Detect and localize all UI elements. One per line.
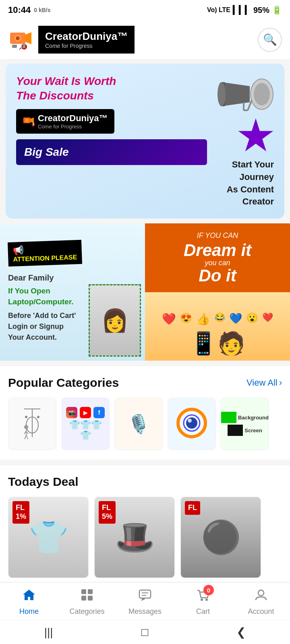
do-it-text: Do it [184, 267, 251, 284]
promo-card-attention[interactable]: 📢 ATTENTION PLEASE Dear Family If You Op… [0, 223, 145, 361]
svg-rect-6 [23, 43, 25, 48]
svg-rect-12 [33, 122, 34, 126]
deals-title: Todays Deal [8, 475, 79, 489]
social-image-card[interactable]: ❤️ 😍 👍 😂 💙 😮 ❤️ 📱🧑 [145, 292, 290, 361]
starburst-shape [238, 118, 274, 155]
deal-item-2[interactable]: 🎩 FL5% [94, 497, 175, 578]
svg-rect-38 [88, 589, 93, 594]
deal-item-3[interactable]: ⚫ FL [180, 497, 261, 578]
banner-logo-title: CreatorDuniya™ [38, 113, 108, 124]
logo-area: 🎤 CreatorDuniya™ Come for Progress [8, 26, 135, 54]
system-navigation: ||| □ ❮ [0, 620, 290, 644]
todays-deal-section: Todays Deal 👕 FL1% 🎩 FL5% ⚫ [0, 465, 290, 588]
svg-marker-36 [23, 590, 35, 600]
cta-line4: Creator [242, 196, 274, 206]
chevron-right-icon: › [279, 378, 282, 388]
category-item-social[interactable]: 📸 ▶ f 👕👕👕👕 [61, 398, 110, 450]
view-all-categories-link[interactable]: View All › [246, 378, 282, 388]
svg-point-10 [25, 119, 29, 122]
bottom-navigation: Home Categories Messages [0, 582, 290, 620]
deal-badge-2: FL5% [99, 501, 116, 523]
banner-logo-icon [23, 115, 35, 127]
home-icon [22, 588, 36, 605]
category-art-icon [18, 405, 46, 443]
dream-card[interactable]: IF YOU CAN Dream it you can Do it [145, 223, 290, 292]
category-ringlight-icon [176, 407, 208, 441]
svg-line-30 [25, 435, 26, 439]
nav-item-cart[interactable]: 0 Cart [183, 588, 223, 616]
svg-point-35 [188, 419, 192, 423]
messages-icon [138, 588, 152, 605]
promo-instruction: If You Open Laptop/Computer. [8, 286, 137, 307]
banner-tagline: Your Wait Is Worth The Discounts [16, 74, 207, 103]
account-label: Account [248, 607, 274, 616]
nav-item-home[interactable]: Home [9, 588, 49, 616]
if-you-can-text: IF YOU CAN [184, 231, 251, 240]
back-icon: ❮ [236, 626, 246, 638]
svg-point-24 [25, 416, 27, 418]
cta-line3: As Content [227, 184, 274, 194]
home-button[interactable]: □ [141, 626, 148, 639]
header: 🎤 CreatorDuniya™ Come for Progress 🔍 [0, 20, 290, 60]
category-item-mic[interactable]: 🎙️ [114, 398, 163, 450]
person-with-phone: 📱🧑 [190, 330, 245, 357]
svg-point-45 [201, 599, 203, 601]
back-button[interactable]: ❮ [236, 625, 246, 639]
category-item-background[interactable]: Background Screen [221, 398, 269, 450]
banner-left: Your Wait Is Worth The Discounts Creator… [16, 74, 207, 165]
cart-label: Cart [196, 607, 210, 616]
categories-label: Categories [69, 607, 104, 616]
cart-wrapper: 0 [196, 588, 210, 605]
svg-marker-1 [25, 32, 31, 44]
categories-list: 📸 ▶ f 👕👕👕👕 🎙️ [8, 398, 282, 450]
data-indicator: 0 kB/s [34, 7, 50, 13]
big-sale-badge: Big Sale [16, 139, 207, 165]
deal-image-2: 🎩 FL5% [95, 497, 175, 578]
logo-text-box: CreatorDuniya™ Come for Progress [38, 26, 135, 54]
tagline-line1: Your Wait Is Worth [16, 75, 116, 87]
svg-rect-37 [81, 589, 86, 594]
dream-text: IF YOU CAN Dream it you can Do it [184, 231, 251, 284]
svg-point-47 [258, 590, 264, 596]
recents-button[interactable]: ||| [44, 626, 53, 639]
nav-item-messages[interactable]: Messages [125, 588, 165, 616]
cta-line2: Journey [239, 172, 274, 182]
categories-title: Popular Categories [8, 376, 119, 390]
popular-categories-section: Popular Categories View All › [0, 366, 290, 460]
deals-list: 👕 FL1% 🎩 FL5% ⚫ FL [8, 497, 282, 578]
nav-item-account[interactable]: Account [241, 588, 281, 616]
signal-bars: ▎▎▎ [233, 5, 251, 15]
search-icon: 🔍 [263, 33, 277, 46]
recents-icon: ||| [44, 626, 53, 638]
search-button[interactable]: 🔍 [258, 28, 282, 52]
svg-marker-15 [222, 82, 250, 106]
battery-icon: 🔋 [272, 5, 282, 15]
status-icons: Vo) LTE ▎▎▎ 95% 🔋 [207, 5, 282, 15]
deal-badge-3: FL [185, 501, 200, 515]
battery-indicator: 95% [253, 6, 269, 15]
svg-point-17 [218, 82, 226, 106]
deal-item-1[interactable]: 👕 FL1% [8, 497, 89, 578]
cart-badge: 0 [203, 585, 214, 595]
svg-text:🎤: 🎤 [19, 46, 23, 50]
view-all-label: View All [246, 378, 278, 388]
deal-image-3: ⚫ FL [181, 497, 261, 578]
nav-item-categories[interactable]: Categories [67, 588, 107, 616]
svg-rect-41 [139, 590, 151, 598]
attention-badge: 📢 ATTENTION PLEASE [8, 240, 82, 266]
banner-logo-dark: CreatorDuniya™ Come for Progress [16, 109, 114, 134]
network-icon: Vo) LTE [207, 6, 230, 14]
reaction-emojis: ❤️ 😍 👍 😂 💙 😮 ❤️ [162, 312, 273, 326]
home-sys-icon: □ [141, 626, 148, 638]
account-icon [254, 588, 268, 605]
category-mic-icon: 🎙️ [127, 413, 150, 435]
svg-point-3 [16, 36, 20, 40]
attention-text: ATTENTION PLEASE [13, 254, 77, 263]
start-journey-cta: Start Your Journey As Content Creator [227, 159, 274, 208]
logo-subtitle: Come for Progress [45, 43, 128, 49]
home-label: Home [19, 607, 39, 616]
svg-rect-39 [81, 596, 86, 601]
category-item-ringlight[interactable] [168, 398, 216, 450]
category-item-art[interactable] [8, 398, 56, 450]
deals-header: Todays Deal [8, 475, 282, 489]
